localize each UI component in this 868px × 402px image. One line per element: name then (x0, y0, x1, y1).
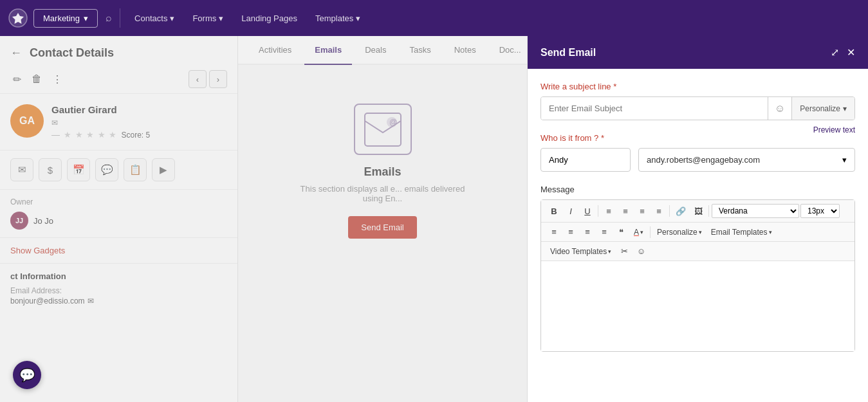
from-email-dropdown[interactable]: andy.roberts@engagebay.com ▾ (638, 148, 855, 172)
main-layout: ← Contact Details ✏ 🗑 ⋮ ‹ › GA Gautier G… (0, 36, 868, 402)
personalize-dropdown-button[interactable]: Personalize ▾ (653, 226, 706, 239)
editor-toolbar-row3: Video Templates ▾ ✂ ☺ (541, 242, 854, 261)
tab-doc[interactable]: Doc... (489, 36, 527, 65)
top-navigation: Marketing ▾ ⌕ Contacts ▾ Forms ▾ Landing… (0, 0, 868, 36)
subject-input[interactable] (541, 97, 768, 120)
owner-name: Jo Jo (33, 216, 53, 226)
calendar-tool-button[interactable]: 📅 (67, 158, 90, 181)
chevron-down-icon: ▾ (356, 14, 360, 23)
from-name-input[interactable] (540, 148, 631, 172)
send-email-tool-button[interactable]: ✉ (10, 158, 33, 181)
tab-tasks[interactable]: Tasks (399, 36, 441, 65)
video-templates-dropdown-button[interactable]: Video Templates ▾ (546, 245, 615, 258)
prev-contact-button[interactable]: ‹ (189, 70, 207, 88)
from-email-value: andy.roberts@engagebay.com (647, 155, 760, 165)
font-size-select[interactable]: 13px 10px 14px 16px (800, 204, 840, 218)
minus-icon: — (51, 130, 60, 140)
owner-section: Owner JJ Jo Jo (0, 190, 237, 238)
nav-item-contacts[interactable]: Contacts ▾ (128, 10, 181, 27)
chevron-down-icon: ▾ (219, 14, 223, 23)
tool-icons-bar: ✉ $ 📅 💬 📋 ▶ (0, 151, 237, 190)
contact-header: ← Contact Details (0, 36, 237, 65)
tab-emails[interactable]: Emails (304, 36, 352, 65)
tab-notes[interactable]: Notes (444, 36, 486, 65)
chevron-down-icon: ▾ (84, 14, 88, 23)
emails-section-title: Emails (364, 165, 401, 179)
indent-right-button[interactable]: ≡ (596, 225, 612, 239)
contact-name: Gautier Girard (51, 104, 227, 115)
contact-card: GA Gautier Girard ✉ — ★ ★ ★ ★ ★ Score: 5 (0, 94, 237, 151)
link-button[interactable]: 🔗 (672, 205, 689, 218)
from-label: Who is it from ? * (540, 133, 855, 143)
drawer-header-icons: ⤢ ✕ (831, 46, 855, 59)
email-templates-dropdown-button[interactable]: Email Templates ▾ (707, 226, 776, 239)
send-email-button[interactable]: Send Email (348, 216, 416, 239)
drawer-body: Write a subject line * ☺ Personalize ▾ P… (528, 69, 868, 402)
tabs-bar: Activities Emails Deals Tasks Notes Doc.… (238, 36, 527, 65)
chevron-down-icon: ▾ (640, 229, 643, 235)
contact-details-panel: ← Contact Details ✏ 🗑 ⋮ ‹ › GA Gautier G… (0, 36, 238, 402)
next-contact-button[interactable]: › (209, 70, 227, 88)
owner-row: JJ Jo Jo (10, 212, 227, 230)
justify-button[interactable]: ≡ (651, 205, 667, 218)
tab-deals[interactable]: Deals (355, 36, 396, 65)
email-address-label: Email Address: (10, 286, 227, 295)
email-icon: ✉ (51, 118, 58, 127)
chevron-down-icon: ▾ (608, 248, 611, 255)
email-address-value: bonjour@edissio.com ✉ (10, 297, 227, 306)
underline-button[interactable]: U (580, 205, 595, 218)
align-right-button[interactable]: ≡ (634, 205, 650, 218)
unordered-list-button[interactable]: ≡ (546, 225, 562, 239)
close-drawer-button[interactable]: ✕ (847, 46, 855, 59)
notes-tool-button[interactable]: 💬 (95, 158, 118, 181)
play-tool-button[interactable]: ▶ (152, 158, 175, 181)
align-left-button[interactable]: ≡ (601, 205, 616, 218)
scissors-button[interactable]: ✂ (616, 244, 632, 258)
subject-personalize-button[interactable]: Personalize ▾ (791, 97, 854, 120)
toolbar-sep (598, 205, 598, 217)
svg-text:@: @ (389, 118, 397, 127)
blockquote-button[interactable]: ❝ (613, 225, 629, 239)
ordered-list-button[interactable]: ≡ (563, 225, 578, 239)
image-button[interactable]: 🖼 (690, 205, 706, 218)
stars-rating: ★ ★ ★ ★ ★ (64, 130, 117, 140)
italic-button[interactable]: I (563, 205, 578, 218)
deals-tool-button[interactable]: $ (39, 158, 62, 181)
delete-icon[interactable]: 🗑 (29, 71, 44, 87)
font-name-select[interactable]: Verdana Arial Times New Roman (712, 204, 799, 218)
align-center-button[interactable]: ≡ (618, 205, 633, 218)
font-color-button[interactable]: A ▾ (630, 226, 647, 239)
drawer-header: Send Email ⤢ ✕ (528, 36, 868, 69)
owner-label: Owner (10, 197, 227, 206)
indent-left-button[interactable]: ≡ (580, 225, 595, 239)
more-options-icon[interactable]: ⋮ (50, 71, 65, 88)
email-body-editor[interactable] (541, 261, 854, 351)
subject-label: Write a subject line * (540, 82, 855, 91)
chevron-down-icon: ▾ (843, 104, 847, 113)
email-illustration-icon: @ (354, 104, 412, 155)
show-gadgets-link[interactable]: Show Gadgets (0, 238, 237, 264)
subject-emoji-button[interactable]: ☺ (768, 97, 791, 120)
bold-button[interactable]: B (546, 205, 562, 218)
owner-avatar: JJ (10, 212, 28, 230)
toolbar-sep3 (708, 205, 709, 217)
email-icon-small: ✉ (88, 297, 94, 306)
tab-activities[interactable]: Activities (248, 36, 302, 65)
marketing-dropdown-button[interactable]: Marketing ▾ (33, 9, 98, 28)
contact-info-section: ct Information Email Address: bonjour@ed… (0, 264, 237, 313)
preview-text-link[interactable]: Preview text (813, 125, 855, 134)
chat-support-button[interactable]: 💬 (13, 361, 41, 389)
nav-item-landing-pages[interactable]: Landing Pages (235, 10, 304, 27)
minimize-drawer-button[interactable]: ⤢ (831, 46, 839, 59)
emoji-button[interactable]: ☺ (633, 244, 649, 258)
tasks-tool-button[interactable]: 📋 (124, 158, 147, 181)
nav-item-forms[interactable]: Forms ▾ (186, 10, 230, 27)
message-field-group: Message B I U ≡ ≡ ≡ ≡ 🔗 🖼 (540, 185, 855, 352)
search-icon[interactable]: ⌕ (106, 12, 112, 24)
back-button[interactable]: ← (10, 46, 22, 60)
action-icons-bar: ✏ 🗑 ⋮ ‹ › (0, 65, 237, 94)
nav-item-templates[interactable]: Templates ▾ (309, 10, 367, 27)
chevron-down-icon: ▾ (170, 14, 174, 23)
contact-info-title: ct Information (10, 271, 227, 281)
edit-icon[interactable]: ✏ (10, 71, 24, 88)
